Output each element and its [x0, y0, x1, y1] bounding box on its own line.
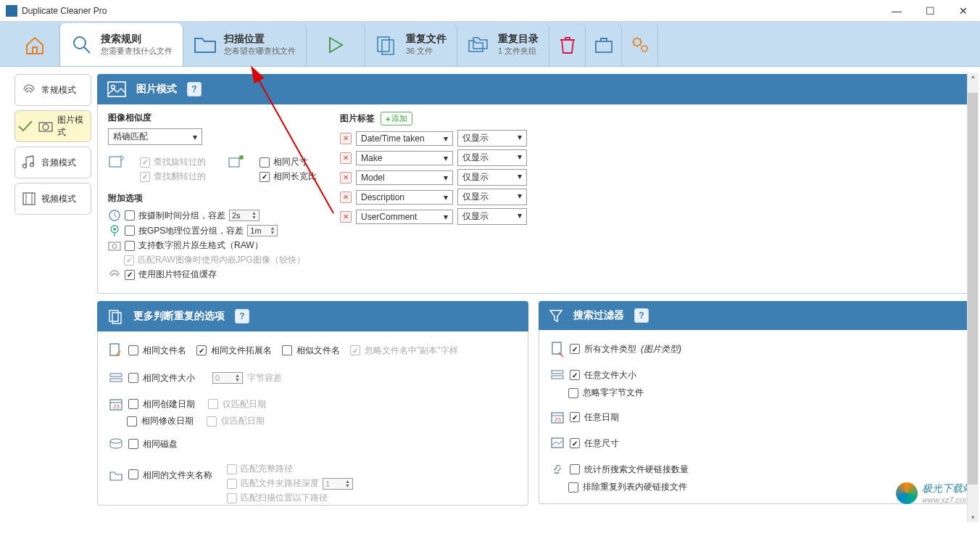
depth-input[interactable]: 1▲▼ [323, 478, 353, 490]
video-mode-tab[interactable]: 视频模式 [14, 183, 91, 215]
find-rotated-checkbox[interactable] [140, 157, 150, 168]
find-flipped-checkbox[interactable] [140, 172, 150, 182]
same-created-checkbox[interactable] [128, 399, 138, 409]
close-button[interactable]: ✕ [947, 0, 980, 22]
group-gps-checkbox[interactable] [125, 226, 135, 236]
tag-mode-select[interactable]: 仅显示▾ [457, 149, 527, 166]
help-button-filter[interactable]: ? [634, 308, 649, 323]
svg-rect-24 [109, 310, 118, 321]
byte-tolerance-input[interactable]: 0▲▼ [212, 372, 243, 384]
dupfiles-sub: 36 文件 [406, 46, 447, 57]
same-aspect-checkbox[interactable] [259, 172, 270, 182]
help-button-more[interactable]: ? [235, 309, 249, 324]
all-types-checkbox[interactable] [570, 344, 580, 354]
tag-row: ✕ Description▾ 仅显示▾ [340, 189, 527, 205]
same-folder-checkbox[interactable] [128, 469, 138, 479]
add-tag-button[interactable]: +添加 [381, 112, 412, 125]
only-date2-checkbox[interactable] [207, 416, 217, 427]
play-icon [324, 33, 347, 57]
count-hardlink-checkbox[interactable] [570, 464, 580, 474]
maximize-button[interactable]: ☐ [913, 0, 947, 22]
same-ext-checkbox[interactable] [196, 345, 207, 355]
same-filesize-checkbox[interactable] [128, 373, 138, 383]
tags-label: 图片标签 [340, 112, 375, 125]
same-disk-checkbox[interactable] [128, 439, 138, 449]
scan-location-tab[interactable]: 扫描位置 您希望在哪查找文件 [183, 23, 307, 66]
calendar-filter-icon: 23 [549, 409, 565, 425]
image-mode-tab[interactable]: 图片模式 [14, 110, 91, 142]
home-tab[interactable] [10, 23, 60, 66]
tag-name-select[interactable]: Model▾ [356, 170, 453, 185]
tag-mode-select[interactable]: 仅显示▾ [457, 208, 527, 225]
ignore-zero-checkbox[interactable] [568, 388, 578, 398]
tag-delete-button[interactable]: ✕ [340, 152, 352, 164]
match-full-checkbox[interactable] [227, 464, 237, 474]
use-cache-checkbox[interactable] [125, 270, 135, 280]
any-date-checkbox[interactable] [570, 412, 580, 422]
delete-button[interactable] [549, 23, 586, 66]
group-gps-label: 按GPS地理位置分组，容差 [138, 225, 244, 237]
vertical-scrollbar[interactable]: ▴ ▾ [967, 73, 979, 506]
same-size-checkbox[interactable] [259, 157, 270, 168]
audio-mode-tab[interactable]: 音频模式 [14, 147, 91, 178]
scrollbar-thumb[interactable] [968, 93, 978, 485]
svg-rect-22 [109, 242, 120, 250]
image-mode-header: 图片模式 ? [97, 74, 970, 104]
same-name-checkbox[interactable] [128, 345, 138, 355]
tag-mode-select[interactable]: 仅显示▾ [457, 130, 527, 147]
use-cache-label: 使用图片特征值缓存 [138, 268, 217, 281]
copy-icon [107, 308, 123, 324]
similarity-select[interactable]: 精确匹配 ▾ [108, 128, 202, 145]
tag-delete-button[interactable]: ✕ [340, 172, 352, 184]
rules-sub: 您需要查找什么文件 [101, 46, 173, 57]
match-below-checkbox[interactable] [227, 493, 237, 503]
same-aspect-label: 相同长宽比 [273, 170, 317, 183]
pin-icon [108, 224, 121, 237]
tag-delete-button[interactable]: ✕ [340, 191, 352, 203]
tag-mode-select[interactable]: 仅显示▾ [457, 189, 527, 205]
duplicate-files-tab[interactable]: 重复文件 36 文件 [365, 23, 457, 66]
tag-name-select[interactable]: Date/Time taken▾ [356, 131, 453, 146]
svg-rect-34 [552, 371, 563, 374]
group-time-checkbox[interactable] [125, 210, 135, 221]
svg-text:23: 23 [113, 403, 120, 410]
time-tolerance-input[interactable]: 2s▲▼ [229, 210, 259, 221]
start-scan-button[interactable] [307, 23, 365, 66]
tag-name-select[interactable]: UserComment▾ [356, 210, 453, 224]
duplicate-folders-tab[interactable]: 重复目录 1 文件夹组 [457, 23, 549, 66]
home-icon [23, 33, 46, 57]
tag-delete-button[interactable]: ✕ [340, 211, 352, 223]
settings-button[interactable] [622, 23, 658, 66]
tag-row: ✕ Model▾ 仅显示▾ [340, 169, 527, 186]
match-depth-checkbox[interactable] [227, 479, 237, 489]
raw-label: 支持数字照片原生格式（RAW） [138, 239, 263, 252]
similar-name-checkbox[interactable] [282, 345, 292, 355]
image-mode-label: 图片模式 [57, 114, 91, 139]
search-rules-tab[interactable]: 搜索规则 您需要查找什么文件 [60, 23, 183, 66]
only-date1-checkbox[interactable] [208, 399, 218, 409]
any-dim-checkbox[interactable] [570, 438, 580, 448]
minimize-button[interactable]: — [880, 0, 913, 22]
svg-rect-27 [110, 374, 122, 376]
tag-name-select[interactable]: Make▾ [356, 151, 453, 165]
title-bar: Duplicate Cleaner Pro — ☐ ✕ [0, 0, 980, 22]
raw-checkbox[interactable] [125, 241, 135, 251]
image-panel-body: 图像相似度 精确匹配 ▾ 查找旋转过的 查找翻转过的 [97, 104, 970, 294]
tag-mode-select[interactable]: 仅显示▾ [457, 169, 527, 186]
toolbox-button[interactable] [586, 23, 622, 66]
use-jpg-checkbox[interactable] [124, 255, 134, 265]
tag-name-select[interactable]: Description▾ [356, 190, 453, 205]
any-size-checkbox[interactable] [570, 370, 580, 380]
svg-point-16 [112, 86, 115, 89]
ignore-copy-checkbox[interactable] [350, 345, 360, 355]
same-modified-checkbox[interactable] [127, 416, 137, 427]
gps-tolerance-input[interactable]: 1m▲▼ [247, 225, 278, 236]
image-icon [107, 81, 126, 97]
svg-rect-4 [596, 41, 612, 52]
find-rotated-label: 查找旋转过的 [154, 156, 206, 168]
regular-mode-tab[interactable]: 常规模式 [14, 74, 91, 106]
svg-rect-17 [109, 157, 121, 167]
tag-delete-button[interactable]: ✕ [340, 133, 352, 144]
help-button[interactable]: ? [187, 82, 202, 96]
exclude-hardlink-checkbox[interactable] [568, 482, 578, 493]
